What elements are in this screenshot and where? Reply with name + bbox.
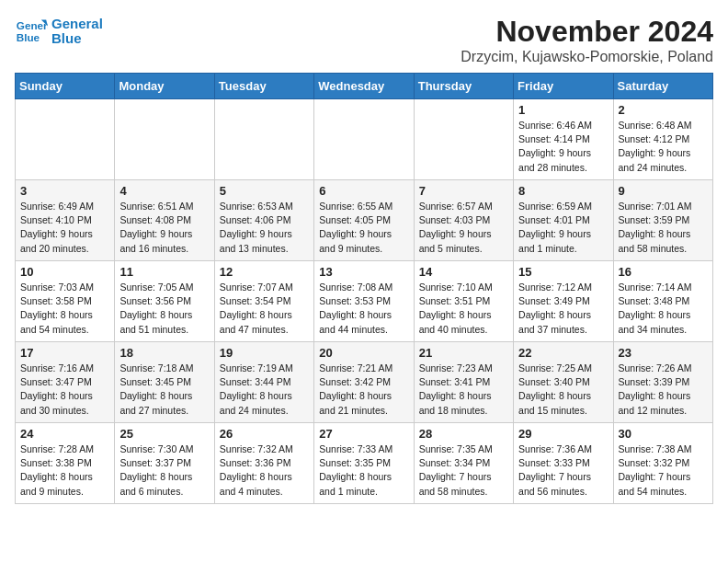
calendar-week-row: 10Sunrise: 7:03 AM Sunset: 3:58 PM Dayli… — [16, 261, 713, 342]
day-info: Sunrise: 7:21 AM Sunset: 3:42 PM Dayligh… — [319, 362, 408, 418]
day-number: 22 — [518, 346, 608, 360]
day-info: Sunrise: 6:59 AM Sunset: 4:01 PM Dayligh… — [518, 200, 608, 256]
day-info: Sunrise: 7:01 AM Sunset: 3:59 PM Dayligh… — [619, 200, 708, 256]
day-info: Sunrise: 7:03 AM Sunset: 3:58 PM Dayligh… — [20, 281, 109, 337]
calendar-day-cell: 19Sunrise: 7:19 AM Sunset: 3:44 PM Dayli… — [214, 342, 313, 423]
weekday-header-cell: Tuesday — [214, 74, 313, 99]
svg-text:Blue: Blue — [17, 31, 40, 43]
logo-line1: General — [51, 17, 103, 32]
calendar-week-row: 3Sunrise: 6:49 AM Sunset: 4:10 PM Daylig… — [16, 180, 713, 261]
day-number: 25 — [119, 427, 209, 441]
day-info: Sunrise: 7:30 AM Sunset: 3:37 PM Dayligh… — [119, 442, 209, 499]
day-info: Sunrise: 6:46 AM Sunset: 4:14 PM Dayligh… — [518, 119, 608, 175]
calendar-day-cell: 1Sunrise: 6:46 AM Sunset: 4:14 PM Daylig… — [514, 99, 613, 180]
calendar-day-cell: 12Sunrise: 7:07 AM Sunset: 3:54 PM Dayli… — [214, 261, 313, 342]
calendar-day-cell — [16, 99, 115, 180]
weekday-header-cell: Thursday — [414, 74, 513, 99]
day-number: 12 — [220, 265, 309, 279]
calendar-day-cell: 15Sunrise: 7:12 AM Sunset: 3:49 PM Dayli… — [514, 261, 613, 342]
day-info: Sunrise: 6:55 AM Sunset: 4:05 PM Dayligh… — [319, 200, 408, 256]
calendar-day-cell: 13Sunrise: 7:08 AM Sunset: 3:53 PM Dayli… — [314, 261, 414, 342]
day-number: 20 — [319, 346, 408, 360]
calendar-day-cell: 21Sunrise: 7:23 AM Sunset: 3:41 PM Dayli… — [414, 342, 513, 423]
calendar-week-row: 24Sunrise: 7:28 AM Sunset: 3:38 PM Dayli… — [16, 423, 713, 504]
day-number: 10 — [20, 265, 109, 279]
calendar-day-cell: 6Sunrise: 6:55 AM Sunset: 4:05 PM Daylig… — [314, 180, 414, 261]
weekday-header-cell: Monday — [115, 74, 214, 99]
calendar-body: 1Sunrise: 6:46 AM Sunset: 4:14 PM Daylig… — [16, 99, 713, 504]
day-info: Sunrise: 7:14 AM Sunset: 3:48 PM Dayligh… — [619, 281, 708, 337]
calendar-day-cell: 8Sunrise: 6:59 AM Sunset: 4:01 PM Daylig… — [514, 180, 613, 261]
day-number: 1 — [518, 103, 608, 117]
day-info: Sunrise: 7:12 AM Sunset: 3:49 PM Dayligh… — [518, 281, 608, 337]
day-number: 26 — [220, 427, 309, 441]
day-info: Sunrise: 7:28 AM Sunset: 3:38 PM Dayligh… — [20, 442, 109, 499]
day-number: 28 — [419, 427, 508, 441]
weekday-header-cell: Friday — [514, 74, 613, 99]
day-number: 15 — [518, 265, 608, 279]
calendar-day-cell: 27Sunrise: 7:33 AM Sunset: 3:35 PM Dayli… — [314, 423, 414, 504]
logo-icon: General Blue — [15, 15, 48, 48]
calendar-day-cell: 26Sunrise: 7:32 AM Sunset: 3:36 PM Dayli… — [214, 423, 313, 504]
calendar-day-cell — [314, 99, 414, 180]
day-info: Sunrise: 7:23 AM Sunset: 3:41 PM Dayligh… — [419, 362, 508, 418]
month-title: November 2024 — [461, 15, 713, 49]
title-area: November 2024 Drzycim, Kujawsko-Pomorski… — [461, 15, 713, 65]
day-number: 18 — [119, 346, 209, 360]
day-info: Sunrise: 7:10 AM Sunset: 3:51 PM Dayligh… — [419, 281, 508, 337]
day-number: 14 — [419, 265, 508, 279]
day-number: 16 — [619, 265, 708, 279]
calendar-day-cell — [214, 99, 313, 180]
day-number: 23 — [619, 346, 708, 360]
calendar-day-cell: 11Sunrise: 7:05 AM Sunset: 3:56 PM Dayli… — [115, 261, 214, 342]
weekday-header-row: SundayMondayTuesdayWednesdayThursdayFrid… — [16, 74, 713, 99]
calendar-day-cell — [414, 99, 513, 180]
calendar-day-cell: 29Sunrise: 7:36 AM Sunset: 3:33 PM Dayli… — [514, 423, 613, 504]
day-info: Sunrise: 7:32 AM Sunset: 3:36 PM Dayligh… — [220, 442, 309, 499]
calendar-day-cell: 3Sunrise: 6:49 AM Sunset: 4:10 PM Daylig… — [16, 180, 115, 261]
header: General Blue General Blue November 2024 … — [15, 15, 713, 65]
calendar-day-cell: 24Sunrise: 7:28 AM Sunset: 3:38 PM Dayli… — [16, 423, 115, 504]
day-info: Sunrise: 7:35 AM Sunset: 3:34 PM Dayligh… — [419, 442, 508, 499]
day-number: 4 — [119, 184, 209, 198]
calendar-day-cell: 5Sunrise: 6:53 AM Sunset: 4:06 PM Daylig… — [214, 180, 313, 261]
day-info: Sunrise: 6:53 AM Sunset: 4:06 PM Dayligh… — [220, 200, 309, 256]
weekday-header-cell: Saturday — [613, 74, 712, 99]
day-info: Sunrise: 6:48 AM Sunset: 4:12 PM Dayligh… — [619, 119, 708, 175]
day-info: Sunrise: 7:36 AM Sunset: 3:33 PM Dayligh… — [518, 442, 608, 499]
calendar-day-cell: 7Sunrise: 6:57 AM Sunset: 4:03 PM Daylig… — [414, 180, 513, 261]
calendar-day-cell: 23Sunrise: 7:26 AM Sunset: 3:39 PM Dayli… — [613, 342, 712, 423]
calendar-day-cell: 22Sunrise: 7:25 AM Sunset: 3:40 PM Dayli… — [514, 342, 613, 423]
calendar-week-row: 1Sunrise: 6:46 AM Sunset: 4:14 PM Daylig… — [16, 99, 713, 180]
day-number: 27 — [319, 427, 408, 441]
calendar-day-cell: 20Sunrise: 7:21 AM Sunset: 3:42 PM Dayli… — [314, 342, 414, 423]
weekday-header-cell: Wednesday — [314, 74, 414, 99]
day-number: 29 — [518, 427, 608, 441]
day-number: 13 — [319, 265, 408, 279]
calendar-day-cell: 17Sunrise: 7:16 AM Sunset: 3:47 PM Dayli… — [16, 342, 115, 423]
day-number: 5 — [220, 184, 309, 198]
day-info: Sunrise: 7:38 AM Sunset: 3:32 PM Dayligh… — [619, 442, 708, 499]
calendar-day-cell: 16Sunrise: 7:14 AM Sunset: 3:48 PM Dayli… — [613, 261, 712, 342]
calendar-week-row: 17Sunrise: 7:16 AM Sunset: 3:47 PM Dayli… — [16, 342, 713, 423]
calendar-table: SundayMondayTuesdayWednesdayThursdayFrid… — [15, 73, 713, 504]
calendar-day-cell: 10Sunrise: 7:03 AM Sunset: 3:58 PM Dayli… — [16, 261, 115, 342]
day-number: 30 — [619, 427, 708, 441]
day-number: 17 — [20, 346, 109, 360]
day-number: 11 — [119, 265, 209, 279]
day-info: Sunrise: 7:16 AM Sunset: 3:47 PM Dayligh… — [20, 362, 109, 418]
day-number: 9 — [619, 184, 708, 198]
calendar-day-cell: 14Sunrise: 7:10 AM Sunset: 3:51 PM Dayli… — [414, 261, 513, 342]
calendar-day-cell: 18Sunrise: 7:18 AM Sunset: 3:45 PM Dayli… — [115, 342, 214, 423]
calendar-day-cell: 25Sunrise: 7:30 AM Sunset: 3:37 PM Dayli… — [115, 423, 214, 504]
day-info: Sunrise: 7:25 AM Sunset: 3:40 PM Dayligh… — [518, 362, 608, 418]
day-info: Sunrise: 7:05 AM Sunset: 3:56 PM Dayligh… — [119, 281, 209, 337]
calendar-day-cell: 30Sunrise: 7:38 AM Sunset: 3:32 PM Dayli… — [613, 423, 712, 504]
day-info: Sunrise: 6:57 AM Sunset: 4:03 PM Dayligh… — [419, 200, 508, 256]
location-title: Drzycim, Kujawsko-Pomorskie, Poland — [461, 49, 713, 65]
day-info: Sunrise: 7:19 AM Sunset: 3:44 PM Dayligh… — [220, 362, 309, 418]
day-info: Sunrise: 6:51 AM Sunset: 4:08 PM Dayligh… — [119, 200, 209, 256]
day-number: 2 — [619, 103, 708, 117]
day-number: 24 — [20, 427, 109, 441]
day-info: Sunrise: 6:49 AM Sunset: 4:10 PM Dayligh… — [20, 200, 109, 256]
